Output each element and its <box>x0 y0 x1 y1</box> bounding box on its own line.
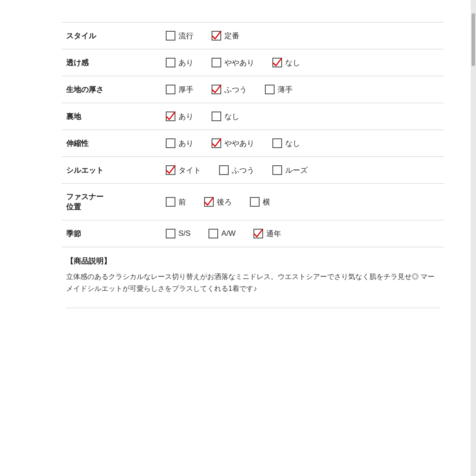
option-item: S/S <box>165 228 190 239</box>
option-item: 厚手 <box>165 84 193 95</box>
option-item: 前 <box>165 197 186 207</box>
unchecked-icon <box>165 84 176 95</box>
table-row: 生地の厚さ厚手ふつう薄手 <box>62 76 444 103</box>
row-label: ファスナー位置 <box>62 184 161 220</box>
table-row: 季節S/SA/W通年 <box>62 220 444 247</box>
option-item: あり <box>165 138 193 149</box>
description-text: 立体感のあるクラシカルなレース切り替えがお洒落なミニドレス。ウエストシアーでさり… <box>66 271 440 294</box>
row-options: 厚手ふつう薄手 <box>161 76 444 103</box>
svg-rect-3 <box>212 58 221 67</box>
option-item: なし <box>272 57 300 68</box>
unchecked-icon <box>165 228 176 239</box>
option-item: タイト <box>165 165 201 175</box>
option-label: 厚手 <box>178 85 193 95</box>
svg-rect-14 <box>219 166 228 175</box>
svg-rect-5 <box>166 85 175 94</box>
row-options: 流行定番 <box>161 22 444 49</box>
unchecked-icon <box>165 197 176 207</box>
attributes-table: スタイル流行定番透け感ありややありなし生地の厚さ厚手ふつう薄手裏地ありなし伸縮性… <box>62 22 444 247</box>
svg-rect-20 <box>209 229 218 238</box>
table-row: 裏地ありなし <box>62 103 444 130</box>
option-item: ふつう <box>211 84 247 95</box>
option-label: 薄手 <box>278 85 293 95</box>
svg-rect-0 <box>166 31 175 40</box>
option-label: ルーズ <box>285 165 308 175</box>
row-options: タイトふつうルーズ <box>161 157 444 184</box>
svg-rect-7 <box>265 85 274 94</box>
table-row: スタイル流行定番 <box>62 22 444 49</box>
option-item: 横 <box>249 197 270 207</box>
checked-icon <box>165 111 176 122</box>
checked-icon <box>211 30 222 41</box>
option-item: あり <box>165 111 193 122</box>
option-label: 後ろ <box>217 197 232 207</box>
option-label: ややあり <box>224 58 254 68</box>
option-label: あり <box>178 112 193 122</box>
option-item: 流行 <box>165 30 193 41</box>
unchecked-icon <box>211 111 222 122</box>
checked-icon <box>272 57 283 68</box>
checked-icon <box>204 197 214 207</box>
row-label: 生地の厚さ <box>62 76 161 103</box>
row-options: 前後ろ横 <box>161 184 444 220</box>
option-item: なし <box>272 138 300 149</box>
option-label: 横 <box>263 197 270 207</box>
description-title: 【商品説明】 <box>66 256 440 266</box>
option-item: A/W <box>208 228 235 239</box>
option-label: 流行 <box>178 31 193 41</box>
row-label: 裏地 <box>62 103 161 130</box>
unchecked-icon <box>272 165 283 175</box>
svg-rect-12 <box>273 139 282 148</box>
option-label: なし <box>285 58 300 68</box>
unchecked-icon <box>272 138 283 149</box>
unchecked-icon <box>165 138 176 149</box>
unchecked-icon <box>219 165 229 175</box>
unchecked-icon <box>165 30 176 41</box>
option-label: なし <box>224 112 239 122</box>
row-options: ありなし <box>161 103 444 130</box>
unchecked-icon <box>264 84 275 95</box>
option-item: ややあり <box>211 57 254 68</box>
option-label: あり <box>178 138 193 149</box>
option-label: ふつう <box>224 85 247 95</box>
unchecked-icon <box>211 57 222 68</box>
option-item: あり <box>165 57 193 68</box>
table-row: 伸縮性ありややありなし <box>62 130 444 157</box>
option-item: 薄手 <box>264 84 293 95</box>
bottom-divider <box>66 308 440 308</box>
checked-icon <box>253 228 264 239</box>
option-label: 通年 <box>266 229 281 239</box>
unchecked-icon <box>249 197 260 207</box>
main-container: スタイル流行定番透け感ありややありなし生地の厚さ厚手ふつう薄手裏地ありなし伸縮性… <box>0 0 471 326</box>
svg-rect-10 <box>166 139 175 148</box>
option-label: S/S <box>178 229 190 238</box>
unchecked-icon <box>165 57 176 68</box>
option-label: タイト <box>178 165 201 175</box>
checked-icon <box>211 84 222 95</box>
svg-rect-15 <box>273 166 282 175</box>
table-row: ファスナー位置前後ろ横 <box>62 184 444 220</box>
option-label: 定番 <box>224 31 239 41</box>
row-label: 透け感 <box>62 49 161 76</box>
option-item: ふつう <box>219 165 254 175</box>
svg-rect-18 <box>250 197 259 206</box>
option-label: なし <box>285 138 300 149</box>
svg-rect-19 <box>166 229 175 238</box>
row-label: 季節 <box>62 220 161 247</box>
row-label: スタイル <box>62 22 161 49</box>
option-label: A/W <box>221 229 235 238</box>
row-options: S/SA/W通年 <box>161 220 444 247</box>
svg-rect-16 <box>166 197 175 206</box>
option-label: 前 <box>178 197 186 207</box>
checked-icon <box>211 138 222 149</box>
table-row: シルエットタイトふつうルーズ <box>62 157 444 184</box>
description-section: 【商品説明】 立体感のあるクラシカルなレース切り替えがお洒落なミニドレス。ウエス… <box>62 247 444 308</box>
row-options: ありややありなし <box>161 49 444 76</box>
svg-rect-9 <box>212 112 221 121</box>
option-item: ややあり <box>211 138 254 149</box>
row-label: 伸縮性 <box>62 130 161 157</box>
option-label: ややあり <box>224 138 254 149</box>
option-item: 通年 <box>253 228 281 239</box>
unchecked-icon <box>208 228 219 239</box>
option-label: あり <box>178 58 193 68</box>
